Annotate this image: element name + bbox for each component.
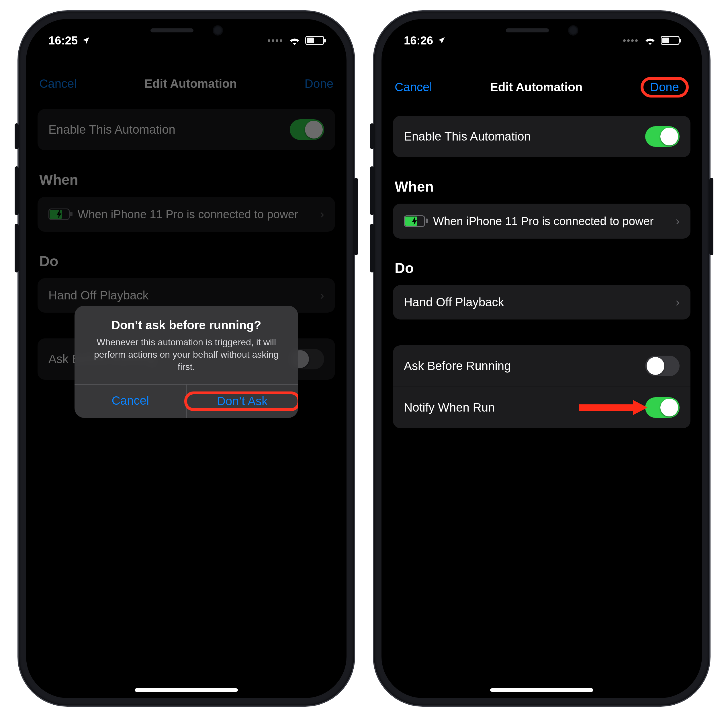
recording-indicator-icon: [623, 39, 638, 42]
recording-indicator-icon: [268, 39, 282, 42]
enable-automation-row: Enable This Automation: [393, 116, 690, 157]
phone-right: 16:26 Cancel Edit Automation: [374, 11, 710, 706]
chevron-right-icon: ›: [320, 288, 324, 302]
done-button[interactable]: Done: [641, 77, 689, 98]
dialog-text: Whenever this automation is triggered, i…: [88, 336, 285, 374]
do-action-label: Hand Off Playback: [404, 295, 504, 309]
chevron-right-icon: ›: [676, 295, 679, 309]
page-title: Edit Automation: [490, 80, 583, 94]
when-header: When: [394, 178, 689, 195]
enable-automation-toggle[interactable]: [645, 126, 679, 147]
done-button[interactable]: Done: [305, 77, 334, 91]
when-header: When: [39, 171, 334, 188]
when-trigger-row[interactable]: When iPhone 11 Pro is connected to power…: [393, 204, 690, 239]
enable-automation-label: Enable This Automation: [49, 123, 175, 137]
annotation-arrow-icon: [579, 399, 647, 416]
location-icon: [437, 36, 446, 45]
dialog-cancel-button[interactable]: Cancel: [75, 384, 186, 418]
svg-marker-1: [633, 400, 647, 415]
do-header: Do: [394, 260, 689, 276]
notify-when-run-label: Notify When Run: [404, 401, 495, 415]
notify-when-run-row: Notify When Run: [393, 387, 690, 428]
phone-left: 16:25 Cancel Edit Automation: [18, 11, 354, 706]
notify-when-run-toggle[interactable]: [645, 397, 679, 418]
confirm-dialog: Don’t ask before running? Whenever this …: [75, 306, 298, 418]
chevron-right-icon: ›: [320, 207, 324, 221]
ask-before-running-row: Ask Before Running: [393, 345, 690, 387]
battery-icon: [661, 36, 679, 45]
do-action-label: Hand Off Playback: [49, 288, 148, 302]
enable-automation-label: Enable This Automation: [404, 130, 531, 143]
battery-icon: [305, 36, 324, 45]
status-time: 16:26: [404, 34, 433, 47]
dialog-confirm-button[interactable]: Don’t Ask: [186, 384, 299, 418]
notch: [113, 19, 259, 42]
ask-before-running-label: Ask Before Running: [404, 359, 511, 373]
cancel-button[interactable]: Cancel: [394, 80, 432, 94]
wifi-icon: [289, 36, 301, 45]
dialog-title: Don’t ask before running?: [88, 318, 285, 332]
chevron-right-icon: ›: [676, 214, 679, 228]
home-indicator[interactable]: [490, 688, 593, 692]
enable-automation-toggle[interactable]: [290, 119, 324, 140]
status-time: 16:25: [49, 34, 78, 47]
nav-bar: Cancel Edit Automation Done: [381, 65, 702, 107]
ask-before-running-toggle[interactable]: [645, 355, 679, 376]
location-icon: [82, 36, 90, 45]
notch: [469, 19, 615, 42]
charging-battery-icon: [49, 209, 70, 220]
nav-bar: Cancel Edit Automation Done: [26, 65, 347, 101]
do-action-row[interactable]: Hand Off Playback ›: [393, 285, 690, 319]
when-trigger-row[interactable]: When iPhone 11 Pro is connected to power…: [38, 197, 335, 232]
when-trigger-text: When iPhone 11 Pro is connected to power: [78, 207, 298, 221]
wifi-icon: [644, 36, 656, 45]
do-header: Do: [39, 253, 334, 270]
when-trigger-text: When iPhone 11 Pro is connected to power: [433, 214, 653, 228]
charging-battery-icon: [404, 215, 425, 227]
enable-automation-row: Enable This Automation: [38, 109, 335, 150]
page-title: Edit Automation: [145, 77, 237, 91]
cancel-button[interactable]: Cancel: [39, 77, 77, 91]
home-indicator[interactable]: [135, 688, 238, 692]
